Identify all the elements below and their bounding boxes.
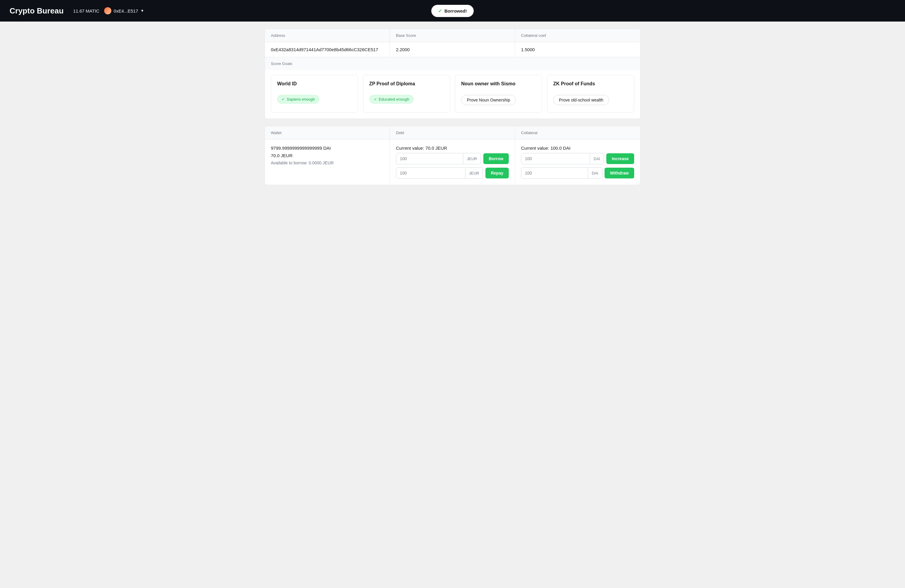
score-card-zp-diploma: ZP Proof of Diploma ✓ Educated enough (363, 75, 450, 113)
debt-cell: Current value: 70.0 JEUR JEUR Borrow JEU… (390, 140, 515, 185)
finance-table: Wallet Debt Collateral 9799.999999999999… (265, 126, 640, 185)
wallet-avatar-icon (104, 7, 111, 14)
borrow-button[interactable]: Borrow (483, 153, 509, 164)
wallet-jeur-value: 70.0 JEUR (271, 153, 384, 158)
wallet-address-button[interactable]: 0xE4...E517 ▼ (104, 7, 144, 14)
finance-table-body: 9799.9999999999999999 DAI 70.0 JEUR Avai… (265, 140, 640, 185)
increase-suffix: DAI (590, 154, 604, 164)
score-card-zk-funds: ZK Proof of Funds Prove old-school wealt… (547, 75, 635, 113)
increase-input[interactable] (521, 153, 590, 164)
collateral-coef-value: 1.5000 (515, 42, 640, 57)
base-score-header: Base Score (390, 29, 515, 42)
withdraw-suffix: DAI (588, 168, 602, 178)
info-table: Address Base Score Collateral coef 0xE43… (265, 29, 640, 119)
withdraw-input-wrapper: DAI (521, 167, 602, 179)
wallet-dai-value: 9799.9999999999999999 DAI (271, 146, 384, 151)
main-content: Address Base Score Collateral coef 0xE43… (255, 22, 650, 199)
address-header: Address (265, 29, 390, 42)
collateral-header: Collateral (515, 126, 640, 139)
increase-button[interactable]: Increase (607, 153, 634, 164)
world-id-title: World ID (277, 81, 352, 86)
chevron-down-icon: ▼ (141, 9, 144, 13)
debt-current-value: Current value: 70.0 JEUR (396, 146, 509, 151)
noun-owner-title: Noun owner with Sismo (461, 81, 536, 86)
repay-suffix: JEUR (465, 168, 483, 178)
wallet-cell: 9799.9999999999999999 DAI 70.0 JEUR Avai… (265, 140, 390, 185)
header: Crypto Bureau 11.67 MATIC 0xE4...E517 ▼ … (0, 0, 905, 22)
repay-input[interactable] (396, 168, 465, 178)
world-id-badge: ✓ Sapiens enough (277, 95, 319, 103)
borrowed-badge: ✓ Borrowed! (431, 5, 474, 17)
borrow-input-group: JEUR Borrow (396, 153, 509, 164)
repay-input-wrapper: JEUR (396, 167, 483, 179)
borrow-input[interactable] (396, 153, 463, 164)
collateral-current-value: Current value: 100.0 DAI (521, 146, 634, 151)
withdraw-input-group: DAI Withdraw (521, 167, 634, 179)
debt-header: Debt (390, 126, 515, 139)
score-card-world-id: World ID ✓ Sapiens enough (271, 75, 358, 113)
zk-funds-title: ZK Proof of Funds (553, 81, 628, 86)
wallet-address-text: 0xE4...E517 (114, 8, 138, 13)
increase-input-wrapper: DAI (521, 153, 604, 164)
finance-table-header: Wallet Debt Collateral (265, 126, 640, 140)
address-value: 0xE432a8314d971441Ad7700e8b45d66cC326CE5… (265, 42, 390, 57)
borrowed-label: Borrowed! (445, 8, 467, 13)
collateral-cell: Current value: 100.0 DAI DAI Increase DA… (515, 140, 640, 185)
zp-diploma-title: ZP Proof of Diploma (369, 81, 444, 86)
score-cards-container: World ID ✓ Sapiens enough ZP Proof of Di… (265, 70, 640, 119)
badge-check-icon: ✓ (282, 97, 285, 102)
prove-noun-ownership-button[interactable]: Prove Noun Ownership (461, 95, 516, 105)
repay-input-group: JEUR Repay (396, 167, 509, 179)
zp-diploma-badge-text: Educated enough (379, 97, 410, 102)
repay-button[interactable]: Repay (486, 168, 509, 178)
zp-diploma-badge: ✓ Educated enough (369, 95, 414, 103)
badge-check-icon-2: ✓ (374, 97, 377, 102)
borrow-suffix: JEUR (463, 154, 481, 164)
world-id-badge-text: Sapiens enough (287, 97, 315, 102)
base-score-value: 2.2000 (390, 42, 515, 57)
score-goals-label: Score Goals (265, 57, 640, 70)
info-table-header: Address Base Score Collateral coef (265, 29, 640, 42)
withdraw-input[interactable] (521, 168, 588, 178)
prove-old-school-wealth-button[interactable]: Prove old-school wealth (553, 95, 609, 105)
score-card-noun-owner: Noun owner with Sismo Prove Noun Ownersh… (455, 75, 542, 113)
wallet-available-borrow: Available to borrow: 0.0000 JEUR (271, 161, 384, 165)
increase-input-group: DAI Increase (521, 153, 634, 164)
app-title: Crypto Bureau (10, 6, 64, 16)
wallet-header: Wallet (265, 126, 390, 139)
wallet-balance: 11.67 MATIC (73, 8, 99, 13)
info-table-body: 0xE432a8314d971441Ad7700e8b45d66cC326CE5… (265, 42, 640, 57)
borrow-input-wrapper: JEUR (396, 153, 481, 164)
check-icon: ✓ (438, 8, 442, 14)
collateral-coef-header: Collateral coef (515, 29, 640, 42)
withdraw-button[interactable]: Withdraw (605, 168, 634, 178)
